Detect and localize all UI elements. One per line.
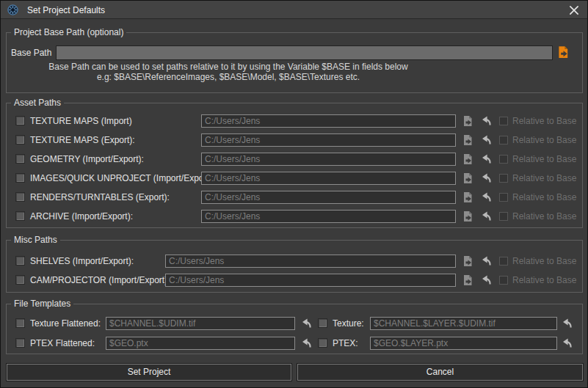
file-templates-group: File Templates Texture Flattened:Texture… [6,304,583,354]
path-enable-checkbox[interactable] [15,211,25,221]
relative-to-base-checkbox[interactable] [499,193,508,202]
relative-to-base-label: Relative to Base [512,192,576,202]
group-title: Asset Paths [11,98,64,109]
help-line-1: Base Path can be used to set paths relat… [30,62,427,73]
relative-to-base-label: Relative to Base [512,116,576,126]
title-bar: Set Project Defaults [1,1,587,19]
template-field[interactable] [106,337,295,350]
path-enable-checkbox[interactable] [15,192,25,202]
help-line-2: e.g: $BASE\ReferenceImages, $BASE\Model,… [30,73,427,83]
group-title: File Templates [11,299,73,310]
path-field[interactable] [201,133,456,147]
base-path-help-text: Base Path can be used to set paths relat… [30,62,427,82]
path-field[interactable] [201,210,456,223]
path-enable-checkbox[interactable] [15,116,25,125]
asset-paths-group: Asset Paths TEXTURE MAPS (Import)Relativ… [6,103,583,228]
undo-icon[interactable] [481,153,493,165]
template-enable-checkbox[interactable] [15,318,25,328]
path-label: SHELVES (Import/Export): [30,256,134,266]
browse-folder-icon[interactable] [556,45,570,59]
base-path-label: Base Path [11,48,51,58]
template-label: Texture: [333,318,364,329]
relative-to-base-checkbox[interactable] [499,155,508,164]
undo-icon[interactable] [301,337,313,349]
template-label: Texture Flattened: [30,318,101,329]
browse-folder-icon[interactable] [462,115,473,127]
path-label: TEXTURE MAPS (Export): [30,135,135,145]
path-enable-checkbox[interactable] [15,275,25,285]
template-label: PTEX: [333,338,358,348]
path-enable-checkbox[interactable] [15,154,25,164]
path-field[interactable] [201,172,456,185]
undo-icon[interactable] [481,172,493,184]
undo-icon[interactable] [562,318,573,329]
relative-to-base-label: Relative to Base [512,275,576,285]
browse-folder-icon[interactable] [462,255,473,267]
cancel-button[interactable]: Cancel [297,364,583,381]
path-label: RENDERS/TURNTABLES (Export): [30,192,170,202]
path-enable-checkbox[interactable] [15,256,25,266]
path-row: GEOMETRY (Import/Export):Relative to Bas… [7,150,582,169]
path-row: ARCHIVE (Import/Export):Relative to Base [7,207,582,226]
group-title: Project Base Path (optional) [11,27,126,38]
path-row: TEXTURE MAPS (Import)Relative to Base [7,111,582,131]
path-enable-checkbox[interactable] [15,135,25,144]
misc-paths-group: Misc Paths SHELVES (Import/Export):Relat… [6,240,583,293]
group-title: Misc Paths [11,235,60,246]
relative-to-base-label: Relative to Base [512,256,576,266]
relative-to-base-label: Relative to Base [512,135,576,145]
relative-to-base-checkbox[interactable] [499,212,508,221]
path-row: TEXTURE MAPS (Export):Relative to Base [7,131,582,150]
browse-folder-icon[interactable] [462,211,473,222]
undo-icon[interactable] [481,134,493,146]
path-row: RENDERS/TURNTABLES (Export):Relative to … [7,188,582,207]
path-row: CAM/PROJECTOR (Import/Export):Relative t… [7,271,582,290]
undo-icon[interactable] [562,337,573,349]
relative-to-base-label: Relative to Base [512,154,576,164]
undo-icon[interactable] [481,274,493,286]
window-title: Set Project Defaults [27,5,105,15]
path-row: IMAGES/QUICK UNPROJECT (Import/Export):R… [7,169,582,188]
relative-to-base-checkbox[interactable] [499,174,508,183]
browse-folder-icon[interactable] [462,153,473,165]
browse-folder-icon[interactable] [462,191,473,203]
template-enable-checkbox[interactable] [318,318,327,328]
relative-to-base-checkbox[interactable] [499,276,508,285]
template-enable-checkbox[interactable] [318,338,327,348]
browse-folder-icon[interactable] [462,172,473,184]
path-label: IMAGES/QUICK UNPROJECT (Import/Export): [30,173,214,183]
undo-icon[interactable] [481,255,493,267]
undo-icon[interactable] [481,211,493,222]
file-template-row: Texture Flattened:Texture: [7,314,582,333]
undo-icon[interactable] [301,318,313,329]
relative-to-base-checkbox[interactable] [499,257,508,266]
template-field[interactable] [106,317,295,330]
path-label: CAM/PROJECTOR (Import/Export): [30,275,170,285]
relative-to-base-label: Relative to Base [512,173,576,183]
path-enable-checkbox[interactable] [15,173,25,183]
path-field[interactable] [201,191,456,204]
template-field[interactable] [370,337,557,350]
path-field[interactable] [165,274,456,287]
path-field[interactable] [201,114,456,128]
path-field[interactable] [201,153,456,166]
relative-to-base-checkbox[interactable] [499,117,508,125]
relative-to-base-checkbox[interactable] [499,136,508,144]
path-row: SHELVES (Import/Export):Relative to Base [7,252,582,271]
undo-icon[interactable] [481,115,493,127]
path-field[interactable] [165,255,456,268]
browse-folder-icon[interactable] [462,274,473,286]
set-project-button[interactable]: Set Project [7,364,291,381]
template-enable-checkbox[interactable] [15,338,25,348]
project-base-path-group: Project Base Path (optional) Base Path B… [6,32,583,93]
template-field[interactable] [370,317,557,330]
path-label: ARCHIVE (Import/Export): [30,211,133,222]
close-icon[interactable] [568,4,580,16]
base-path-input[interactable] [56,45,553,60]
relative-to-base-label: Relative to Base [512,211,576,222]
browse-folder-icon[interactable] [462,134,473,146]
undo-icon[interactable] [481,191,493,203]
path-label: GEOMETRY (Import/Export): [30,154,144,164]
file-template-row: PTEX Flattened:PTEX: [7,334,582,353]
set-project-defaults-dialog: Set Project Defaults Project Base Path (… [0,0,588,388]
